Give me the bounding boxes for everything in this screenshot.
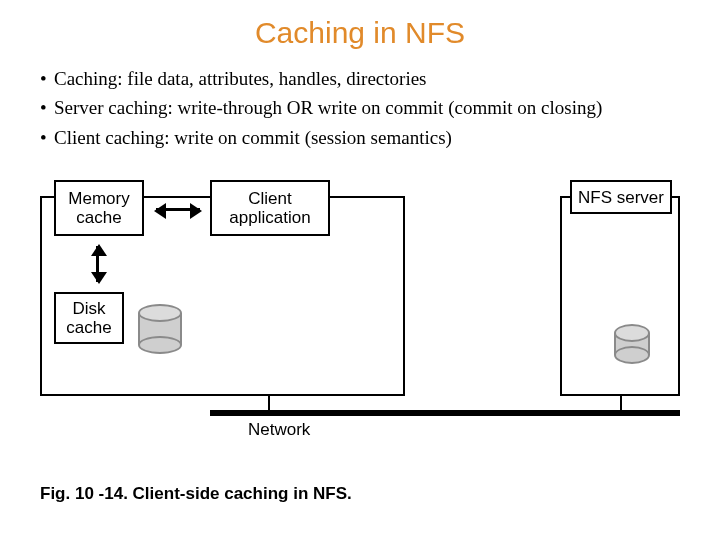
bullet-list: • Caching: file data, attributes, handle… bbox=[40, 64, 680, 152]
client-application-label: Client application bbox=[229, 189, 310, 228]
slide: Caching in NFS • Caching: file data, att… bbox=[0, 0, 720, 540]
bullet-item: • Caching: file data, attributes, handle… bbox=[40, 64, 680, 93]
arrow-memory-to-disk-icon bbox=[96, 246, 99, 282]
memory-cache-box: Memory cache bbox=[54, 180, 144, 236]
arrow-memory-to-app-icon bbox=[156, 208, 200, 211]
memory-cache-label: Memory cache bbox=[68, 189, 129, 228]
bullet-text: Client caching: write on commit (session… bbox=[54, 123, 452, 152]
nfs-server-box: NFS server bbox=[570, 180, 672, 214]
figure-caption: Fig. 10 -14. Client-side caching in NFS. bbox=[40, 484, 352, 504]
bullet-dot-icon: • bbox=[40, 123, 54, 152]
client-network-connector-icon bbox=[268, 396, 270, 410]
bullet-item: • Server caching: write-through OR write… bbox=[40, 93, 680, 122]
nfs-server-label: NFS server bbox=[578, 188, 664, 208]
server-network-connector-icon bbox=[620, 396, 622, 410]
disk-cache-box: Disk cache bbox=[54, 292, 124, 344]
diagram-area: Memory cache Client application NFS serv… bbox=[40, 174, 680, 434]
client-disk-icon bbox=[138, 304, 182, 354]
slide-title: Caching in NFS bbox=[40, 16, 680, 50]
server-disk-icon bbox=[614, 324, 650, 364]
network-bar-icon bbox=[210, 410, 680, 416]
disk-cache-label: Disk cache bbox=[66, 299, 111, 338]
bullet-text: Caching: file data, attributes, handles,… bbox=[54, 64, 427, 93]
server-outer-box bbox=[560, 196, 680, 396]
network-label: Network bbox=[248, 420, 310, 440]
bullet-item: • Client caching: write on commit (sessi… bbox=[40, 123, 680, 152]
bullet-dot-icon: • bbox=[40, 64, 54, 93]
bullet-dot-icon: • bbox=[40, 93, 54, 122]
client-application-box: Client application bbox=[210, 180, 330, 236]
bullet-text: Server caching: write-through OR write o… bbox=[54, 93, 602, 122]
